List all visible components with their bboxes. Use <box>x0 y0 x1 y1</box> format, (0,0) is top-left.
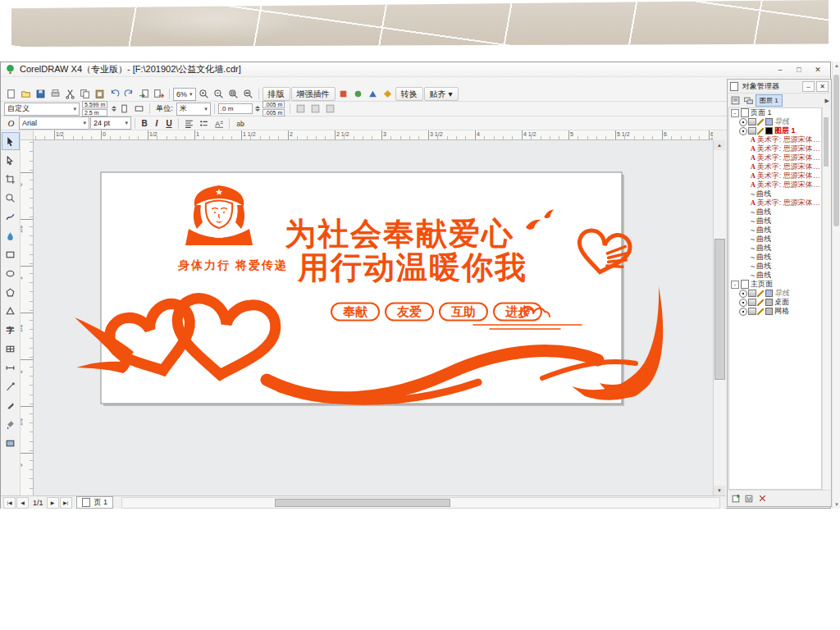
tree-row-text[interactable]: A美术字: 思源宋体 CN Heav <box>729 171 821 180</box>
font-combo[interactable]: Arial ▾ <box>19 116 89 130</box>
tree-row-text[interactable]: A美术字: 思源宋体 CN Heav <box>729 162 821 171</box>
docker-flyout-icon[interactable]: ▶ <box>825 98 829 104</box>
italic-button[interactable]: I <box>151 117 162 129</box>
redo-icon[interactable] <box>122 88 136 101</box>
misc-b-icon[interactable] <box>308 103 322 116</box>
eye-toggle-icon[interactable] <box>739 290 747 298</box>
edit-toggle-icon[interactable] <box>757 308 764 315</box>
printer-toggle-icon[interactable] <box>748 308 756 315</box>
tree-row-curve[interactable]: ~曲线 <box>729 208 821 217</box>
tool-eyedropper-icon[interactable] <box>2 377 20 395</box>
tree-row-curve[interactable]: ~曲线 <box>729 271 821 280</box>
plugin-gold-icon[interactable] <box>381 88 395 101</box>
tool-interactive-fill-icon[interactable] <box>2 434 20 452</box>
duplicate-y-field[interactable]: .005 m <box>262 109 285 116</box>
vertical-scroll-thumb[interactable] <box>714 239 725 380</box>
delete-layer-button[interactable] <box>756 491 768 504</box>
misc-c-icon[interactable] <box>323 103 337 116</box>
tool-dimension-icon[interactable] <box>2 358 20 377</box>
printer-toggle-icon[interactable] <box>748 290 756 297</box>
minimize-button[interactable]: – <box>772 64 788 75</box>
plugin-blue-icon[interactable] <box>366 88 380 101</box>
print-icon[interactable] <box>48 88 62 101</box>
close-button[interactable]: ✕ <box>810 64 826 75</box>
layout-button[interactable]: 排版 <box>262 87 290 101</box>
tree-row-text[interactable]: A美术字: 思源宋体 CN Heav <box>729 135 821 144</box>
tool-crop-icon[interactable] <box>2 170 20 188</box>
page[interactable] <box>101 172 622 404</box>
page-portrait-icon[interactable] <box>117 103 131 116</box>
page-width-field[interactable]: 5.599 m <box>82 101 107 108</box>
cross-layer-edit-icon[interactable] <box>742 94 754 107</box>
units-combo[interactable]: 米 ▾ <box>176 103 211 116</box>
page-tab[interactable]: 页 1 <box>76 496 114 509</box>
edit-toggle-icon[interactable] <box>757 128 764 135</box>
plugin-green-icon[interactable] <box>351 88 365 101</box>
eye-toggle-icon[interactable] <box>739 118 747 126</box>
headline-line1[interactable]: 为社会奉献爱心 <box>285 217 514 251</box>
convert-button[interactable]: 转换 <box>395 87 423 101</box>
tool-smart-fill-icon[interactable] <box>2 226 20 244</box>
tree-row-text[interactable]: A美术字: 思源宋体 CN Heav <box>729 153 821 162</box>
canvas-vertical-scrollbar[interactable]: ▲ ▼ <box>713 140 725 495</box>
new-layer-button[interactable] <box>730 491 742 504</box>
duplicate-x-field[interactable]: .005 m <box>262 101 285 108</box>
headline-line2[interactable]: 用行动温暖你我 <box>297 250 527 285</box>
horizontal-scroll-thumb[interactable] <box>275 499 450 507</box>
horizontal-ruler[interactable]: 1/201/211 1/222 1/233 1/244 1/255 1/266 … <box>34 130 713 140</box>
tool-zoom-icon[interactable] <box>2 189 20 207</box>
open-icon[interactable] <box>19 88 33 101</box>
outer-scroll-thumb[interactable] <box>833 75 839 226</box>
docker-scroll-thumb[interactable] <box>824 117 829 167</box>
undo-icon[interactable] <box>107 88 121 101</box>
scroll-up-icon[interactable]: ▲ <box>714 140 725 150</box>
tool-ellipse-icon[interactable] <box>2 264 20 282</box>
tree-row-layer[interactable]: 图层 1 <box>729 126 821 135</box>
tree-row-desktop[interactable]: 桌面 <box>729 298 821 307</box>
active-layer-indicator[interactable]: 图层 1 <box>756 94 783 107</box>
page-preset-combo[interactable]: 自定义 ▾ <box>4 103 80 116</box>
tree-row-page[interactable]: -页面 1 <box>729 108 821 117</box>
expander-icon[interactable]: - <box>731 109 739 117</box>
bold-button[interactable]: B <box>139 117 150 129</box>
last-page-button[interactable]: ▶| <box>60 497 72 509</box>
tree-row-curve[interactable]: ~曲线 <box>729 244 821 253</box>
tool-fill-icon[interactable] <box>2 415 20 433</box>
snap-button[interactable]: 贴齐 ▾ <box>424 87 459 101</box>
tree-row-text[interactable]: A美术字: 思源宋体 CN Heav <box>729 180 821 189</box>
tree-row-guides[interactable]: 导线 <box>729 117 821 126</box>
nudge-spinner[interactable] <box>255 106 260 112</box>
edit-text-button[interactable]: ab <box>233 116 247 130</box>
restore-button[interactable]: □ <box>791 64 807 75</box>
eye-toggle-icon[interactable] <box>739 299 747 307</box>
tree-row-curve[interactable]: ~曲线 <box>729 226 821 235</box>
subtitle-text[interactable]: 身体力行 将爱传递 <box>177 258 288 272</box>
tool-polygon-icon[interactable] <box>2 283 20 301</box>
import-icon[interactable] <box>137 88 151 101</box>
outer-scroll-up-icon[interactable]: ▲ <box>833 62 840 70</box>
outer-scrollbar[interactable]: ▲ ▼ <box>832 62 840 509</box>
tree-row-curve[interactable]: ~曲线 <box>729 262 821 271</box>
tree-row-curve[interactable]: ~曲线 <box>729 235 821 244</box>
expander-icon[interactable]: - <box>731 281 739 289</box>
tool-basic-shapes-icon[interactable] <box>2 302 20 320</box>
tool-pick-icon[interactable] <box>2 132 20 150</box>
object-properties-icon[interactable] <box>729 94 741 107</box>
paste-icon[interactable] <box>93 88 107 101</box>
canvas-horizontal-scrollbar[interactable] <box>121 497 720 509</box>
edit-toggle-icon[interactable] <box>757 119 764 126</box>
zoom-width-icon[interactable] <box>241 88 255 101</box>
export-icon[interactable] <box>152 88 166 101</box>
page-height-field[interactable]: 2.5 m <box>82 109 107 116</box>
eye-toggle-icon[interactable] <box>739 308 747 316</box>
tree-row-guides[interactable]: 导线 <box>729 289 821 298</box>
tree-row-text[interactable]: A美术字: 思源宋体 CN Heav <box>729 199 821 208</box>
cut-icon[interactable] <box>63 88 77 101</box>
tree-row-curve[interactable]: ~曲线 <box>729 189 821 199</box>
underline-button[interactable]: U <box>163 117 175 129</box>
font-size-combo[interactable]: 24 pt ▾ <box>90 116 131 130</box>
tree-row-curve[interactable]: ~曲线 <box>729 217 821 226</box>
eye-toggle-icon[interactable] <box>739 127 747 135</box>
bullet-list-button[interactable] <box>197 116 211 130</box>
outer-scroll-down-icon[interactable]: ▼ <box>833 500 840 509</box>
